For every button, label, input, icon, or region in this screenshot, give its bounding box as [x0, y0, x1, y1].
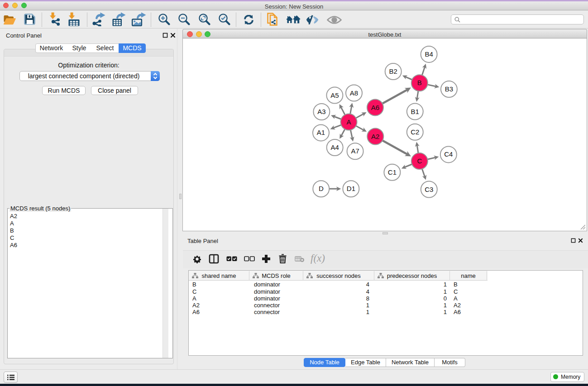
svg-text:C4: C4	[444, 150, 453, 158]
svg-text:D: D	[319, 185, 324, 192]
svg-text:D1: D1	[347, 185, 355, 192]
svg-text:A3: A3	[317, 108, 325, 115]
svg-text:C: C	[417, 157, 422, 165]
svg-text:A8: A8	[350, 89, 358, 97]
svg-text:A2: A2	[371, 133, 379, 140]
svg-text:B2: B2	[389, 67, 397, 75]
svg-text:A5: A5	[330, 91, 339, 99]
svg-text:B: B	[417, 79, 422, 86]
svg-text:C3: C3	[425, 186, 433, 193]
svg-text:B3: B3	[445, 85, 453, 93]
svg-text:A1: A1	[317, 129, 325, 136]
svg-text:B1: B1	[411, 108, 419, 115]
svg-text:A7: A7	[351, 147, 359, 155]
svg-text:A6: A6	[371, 104, 379, 111]
svg-text:A4: A4	[331, 143, 339, 151]
svg-text:A: A	[346, 118, 351, 126]
svg-text:C2: C2	[411, 128, 419, 136]
svg-text:C1: C1	[388, 168, 397, 176]
svg-text:B4: B4	[425, 50, 433, 58]
